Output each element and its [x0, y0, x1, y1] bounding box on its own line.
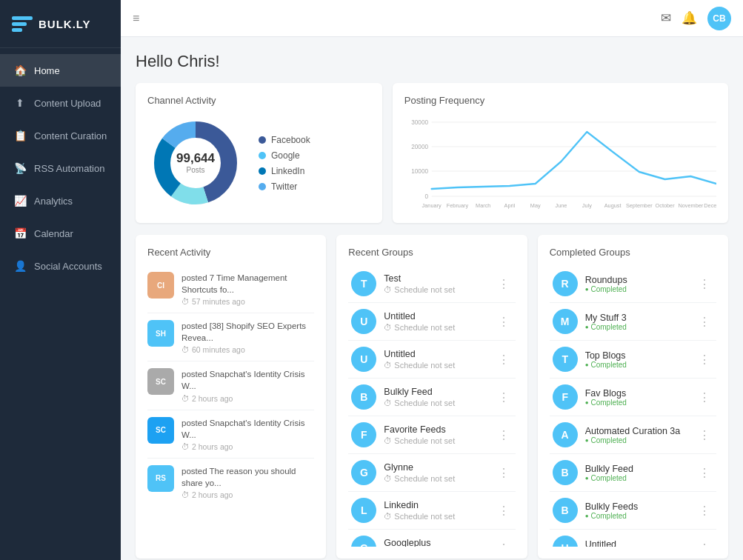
completed-group-menu-button[interactable]: ⋮: [696, 389, 713, 406]
legend-dot: [259, 136, 266, 144]
content-area: Hello Chris! Channel Activity: [121, 37, 743, 560]
group-name: Googleplus: [384, 538, 487, 547]
group-info: Linkedin ⏱Schedule not set: [384, 500, 487, 521]
legend-label: Google: [271, 150, 300, 161]
group-menu-button[interactable]: ⋮: [495, 313, 513, 330]
schedule-clock-icon: ⏱: [384, 399, 392, 407]
completed-group-name: Bulkly Feeds: [585, 501, 688, 512]
group-schedule: ⏱Schedule not set: [384, 285, 487, 294]
completed-group-menu-button[interactable]: ⋮: [696, 313, 713, 330]
completed-group-avatar: U: [553, 536, 578, 547]
sidebar-item-label: Content Curation: [34, 130, 107, 141]
group-name: Untitled: [384, 349, 487, 359]
group-name: Untitled: [384, 311, 487, 321]
activity-item: SH posted [38] Shopify SEO Experts Revea…: [147, 313, 314, 361]
sidebar-item-rss-automation[interactable]: 📡 RSS Automation: [0, 152, 121, 184]
completed-group-menu-button[interactable]: ⋮: [696, 502, 713, 519]
group-schedule: ⏱Schedule not set: [384, 512, 487, 521]
clock-icon: ⏱: [181, 490, 190, 499]
sidebar-item-social-accounts[interactable]: 👤 Social Accounts: [0, 250, 121, 282]
user-avatar[interactable]: CB: [707, 7, 731, 30]
activity-text: posted [38] Shopify SEO Experts Revea...: [181, 320, 314, 344]
mail-icon[interactable]: ✉: [661, 10, 671, 26]
activity-info: posted 7 Time Management Shortcuts fo...…: [181, 272, 314, 306]
posting-frequency-title: Posting Frequency: [404, 95, 716, 106]
activity-avatar: SC: [147, 417, 174, 444]
completed-group-menu-button[interactable]: ⋮: [696, 351, 713, 368]
group-info: Favorite Feeds ⏱Schedule not set: [384, 424, 487, 445]
posting-frequency-card: Posting Frequency 30000 20000 10000 0: [393, 83, 728, 223]
bottom-section: Recent Activity CI posted 7 Time Managem…: [136, 235, 728, 559]
completed-group-menu-button[interactable]: ⋮: [696, 464, 713, 481]
group-menu-button[interactable]: ⋮: [495, 276, 513, 293]
completed-group-info: Roundups ●Completed: [585, 275, 688, 293]
group-menu-button[interactable]: ⋮: [495, 540, 513, 547]
completed-group-item: M My Stuff 3 ●Completed ⋮: [550, 303, 716, 341]
svg-text:March: March: [476, 202, 490, 209]
completed-group-menu-button[interactable]: ⋮: [696, 427, 713, 444]
completed-status-badge: ●Completed: [585, 361, 688, 369]
completed-group-menu-button[interactable]: ⋮: [696, 540, 713, 547]
completed-group-item: B Bulkly Feed ●Completed ⋮: [550, 454, 716, 492]
svg-text:October: October: [655, 202, 674, 209]
activity-text: posted Snapchat's Identity Crisis W...: [181, 417, 314, 441]
sidebar-item-home[interactable]: 🏠 Home: [0, 54, 121, 87]
activity-text: posted 7 Time Management Shortcuts fo...: [181, 272, 314, 296]
topbar-right: ✉ 🔔 CB: [661, 7, 731, 30]
main-area: ≡ ✉ 🔔 CB Hello Chris! Channel Activity: [121, 0, 743, 560]
completed-group-name: Top Blogs: [585, 350, 688, 361]
topbar-left: ≡: [133, 12, 139, 25]
group-info: Googleplus ⏱Schedule not set: [384, 538, 487, 547]
activity-time: ⏱60 minutes ago: [181, 345, 314, 354]
group-avatar: G: [351, 536, 376, 547]
svg-text:20000: 20000: [411, 143, 428, 150]
schedule-clock-icon: ⏱: [384, 285, 392, 294]
schedule-clock-icon: ⏱: [384, 436, 392, 445]
completed-group-avatar: T: [553, 347, 578, 372]
legend-dot: [259, 183, 266, 190]
top-cards-row: Channel Activity: [136, 83, 728, 223]
legend-item: Facebook: [259, 135, 310, 145]
group-menu-button[interactable]: ⋮: [495, 389, 513, 406]
sidebar-item-content-curation[interactable]: 📋 Content Curation: [0, 119, 121, 152]
menu-toggle-icon[interactable]: ≡: [133, 12, 139, 25]
sidebar-item-label: Content Upload: [34, 98, 101, 109]
schedule-clock-icon: ⏱: [384, 512, 392, 521]
home-icon: 🏠: [13, 64, 27, 76]
activity-list: CI posted 7 Time Management Shortcuts fo…: [147, 265, 314, 506]
group-avatar: T: [351, 271, 376, 296]
legend-dot: [259, 152, 266, 159]
schedule-clock-icon: ⏱: [384, 361, 392, 370]
svg-text:November: November: [678, 202, 703, 209]
group-name: Favorite Feeds: [384, 424, 487, 435]
line-chart: 30000 20000 10000 0 January February Mar…: [404, 115, 716, 211]
group-menu-button[interactable]: ⋮: [495, 464, 513, 481]
svg-text:10000: 10000: [411, 167, 428, 175]
completed-group-avatar: B: [553, 498, 578, 523]
group-menu-button[interactable]: ⋮: [495, 502, 513, 519]
group-schedule: ⏱Schedule not set: [384, 361, 487, 370]
group-avatar: F: [351, 422, 376, 447]
group-info: Untitled ⏱Schedule not set: [384, 349, 487, 370]
notification-icon[interactable]: 🔔: [682, 10, 697, 26]
group-menu-button[interactable]: ⋮: [495, 427, 513, 444]
sidebar-item-analytics[interactable]: 📈 Analytics: [0, 184, 121, 217]
legend-label: LinkedIn: [271, 166, 304, 176]
completed-group-info: Bulkly Feeds ●Completed: [585, 501, 688, 520]
svg-text:December: December: [704, 202, 716, 209]
sidebar-item-label: Social Accounts: [34, 261, 102, 272]
sidebar-item-content-upload[interactable]: ⬆ Content Upload: [0, 87, 121, 119]
sidebar-item-label: Calendar: [34, 228, 73, 239]
sidebar-item-calendar[interactable]: 📅 Calendar: [0, 217, 121, 250]
completed-status-badge: ●Completed: [585, 474, 688, 482]
group-menu-button[interactable]: ⋮: [495, 351, 513, 368]
completed-group-avatar: F: [553, 384, 578, 410]
completed-group-menu-button[interactable]: ⋮: [696, 276, 713, 293]
logo-area: BULK.LY: [0, 0, 121, 48]
sidebar-item-label: RSS Automation: [34, 163, 104, 174]
sidebar: BULK.LY 🏠 Home⬆ Content Upload📋 Content …: [0, 0, 121, 560]
completed-group-info: Bulkly Feed ●Completed: [585, 464, 688, 482]
group-info: Test ⏱Schedule not set: [384, 273, 487, 294]
legend-label: Twitter: [271, 181, 297, 192]
completed-group-item: B Bulkly Feeds ●Completed ⋮: [550, 492, 716, 530]
